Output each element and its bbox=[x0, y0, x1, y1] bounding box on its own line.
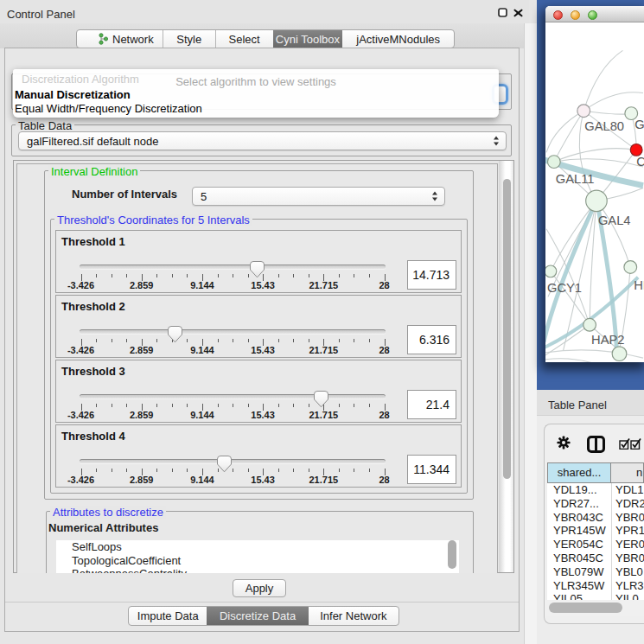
svg-text:HI: HI bbox=[634, 278, 644, 292]
svg-text:GCY1: GCY1 bbox=[547, 281, 582, 295]
svg-text:HAP2: HAP2 bbox=[591, 333, 624, 347]
svg-text:GAL80: GAL80 bbox=[584, 119, 624, 133]
svg-text:CD: CD bbox=[636, 155, 644, 169]
svg-text:GAL11: GAL11 bbox=[556, 172, 595, 186]
svg-text:GAL4: GAL4 bbox=[598, 214, 631, 227]
svg-text:GA: GA bbox=[634, 118, 644, 131]
